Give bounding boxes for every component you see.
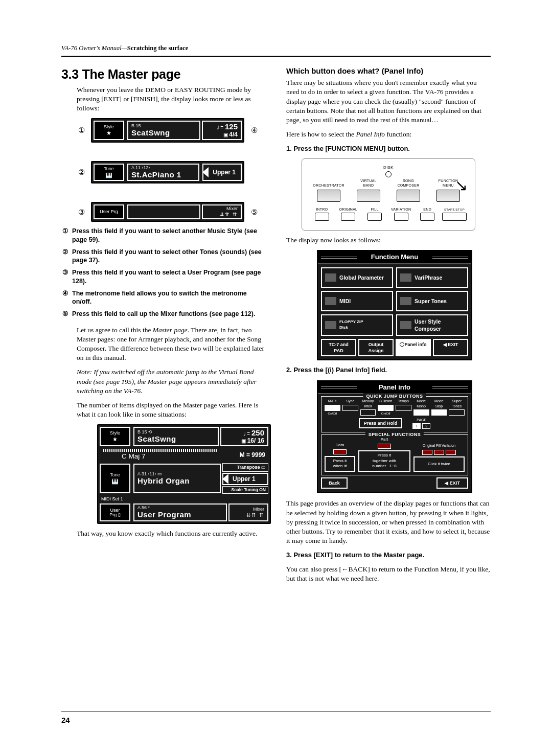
- check-icon: [400, 273, 411, 282]
- callout-mark-5: ⑤: [249, 207, 259, 217]
- sliders-icon: ⇊⇈ ⇈: [246, 512, 264, 518]
- piano-icon: 🎹: [104, 478, 126, 484]
- orchestrator-button: [317, 190, 340, 202]
- menu-super-tones: Super Tones: [396, 291, 468, 311]
- panel-info-overview: This page provides an overview of the di…: [286, 499, 491, 545]
- function-menu-screenshot: Function Menu Global Parameter VariPhras…: [317, 250, 472, 360]
- end-button: [420, 213, 434, 221]
- callout-mark-3: ③: [77, 207, 86, 217]
- panel-info-heading: Which button does what? (Panel Info): [286, 66, 491, 76]
- piano-icon: 🎹: [98, 172, 120, 178]
- back-note: You can also press [←BACK] to return to …: [286, 565, 491, 583]
- section-heading: 3.3 The Master page: [61, 66, 266, 83]
- master-page-screenshot-1: ① Style★ B 15ScatSwng ♩ = 125▣ 4/4 ④ ② T…: [61, 118, 266, 222]
- note-para: Note: If you switched off the automatic …: [77, 368, 266, 396]
- after-hw-para: The display now looks as follows:: [286, 236, 491, 245]
- page-footer: 24: [61, 712, 491, 725]
- midi-icon: [325, 297, 336, 305]
- globe-icon: [325, 273, 336, 282]
- master-page-screenshot-2: Style★ B 15 ⟲ScatSwng ♩ = 250▣ 16/ 16 C …: [97, 424, 271, 523]
- function-menu-button: [436, 190, 460, 202]
- fill-button: [367, 213, 382, 221]
- panel-info-screenshot: Panel info QUICK JUMP BUTTONS M-FXOn/Off…: [317, 380, 472, 493]
- para-active-functions: That way, you know exactly which functio…: [77, 529, 266, 538]
- header-rule: [61, 56, 491, 57]
- page-number: 24: [61, 715, 491, 725]
- variation-button: [394, 213, 408, 221]
- variations-para: The number of items displayed on the Mas…: [77, 401, 266, 419]
- star-icon: ★: [104, 436, 126, 442]
- callout-list: ①Press this field if you want to select …: [61, 227, 266, 318]
- step-3: 3. Press [EXIT] to return to the Master …: [286, 551, 491, 560]
- right-column: Which button does what? (Panel Info) The…: [286, 66, 491, 589]
- callout-mark-1: ①: [77, 125, 86, 135]
- song-composer-button: [397, 190, 420, 202]
- mixer-label: Mixer: [226, 207, 238, 212]
- disk-icon: [325, 321, 336, 329]
- sliders-icon: ⇊⇈ ⇈: [220, 212, 238, 217]
- panel-info-field: ⓘPanel info: [396, 339, 431, 356]
- master-page-para: Let us agree to call this the Master pag…: [77, 326, 266, 363]
- callout-mark-4: ④: [249, 125, 259, 135]
- hardware-panel-drawing: DISK ORCHESTRATOR VIRTUAL BAND SONG COMP…: [302, 158, 475, 231]
- piano-icon: [400, 297, 411, 305]
- intro-para: Whenever you leave the DEMO or EASY ROUT…: [77, 85, 266, 113]
- star-icon: ★: [98, 130, 120, 136]
- howto-line: Here is how to select the Panel Info fun…: [286, 130, 491, 139]
- menu-variphrase: VariPhrase: [396, 267, 468, 288]
- original-button: [341, 213, 355, 221]
- menu-disk: FLOPPY ZIPDisk: [321, 314, 393, 336]
- running-header: VA-76 Owner's Manual—Scratching the surf…: [61, 44, 491, 53]
- virtual-band-button: [357, 190, 380, 202]
- manual-title: VA-76 Owner's Manual: [61, 44, 122, 52]
- start-stop-button: [442, 213, 467, 221]
- panel-info-intro: There may be situations where you don't …: [286, 78, 491, 125]
- menu-global-parameter: Global Parameter: [321, 267, 393, 288]
- pen-icon: [400, 321, 411, 329]
- callout-mark-2: ②: [77, 167, 86, 177]
- intro-button: [315, 213, 329, 221]
- left-column: 3.3 The Master page Whenever you leave t…: [61, 66, 266, 589]
- chapter-title: Scratching the surface: [127, 44, 188, 52]
- menu-midi: MIDI: [321, 291, 393, 311]
- metronome-icon: ▣ 4/4: [223, 131, 238, 138]
- step-1: 1. Press the [FUNCTION MENU] button.: [286, 144, 491, 153]
- step-2: 2. Press the [(i) Panel Info] field.: [286, 365, 491, 375]
- menu-user-style-composer: User Style Composer: [396, 314, 468, 336]
